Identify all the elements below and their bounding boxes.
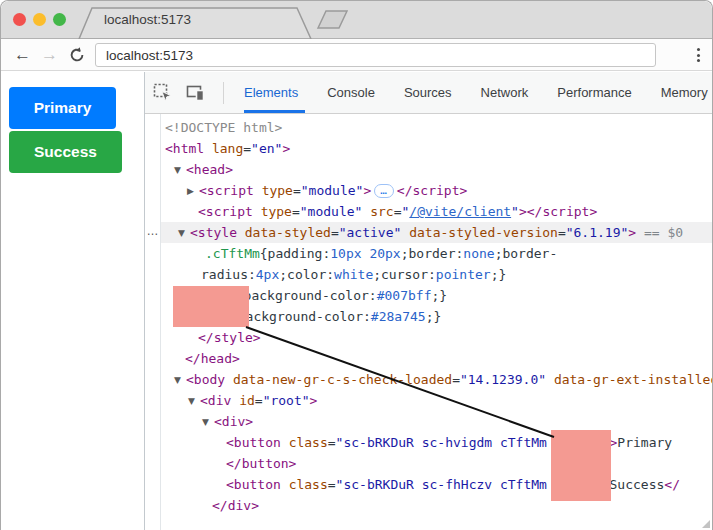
tab-memory[interactable]: Memory	[661, 72, 708, 113]
code-line[interactable]: ▼<div id="root">	[161, 390, 712, 411]
code-line[interactable]: <button class="sc-bRKDuR sc-hvigdm cTftM…	[161, 432, 712, 453]
tab-strip: localhost:5173	[1, 1, 712, 39]
toolbar-divider	[223, 82, 224, 104]
code-line[interactable]: </style>	[161, 327, 712, 348]
code-line[interactable]: ▶<script type="module">…</script>	[161, 180, 712, 201]
tab-elements[interactable]: Elements	[244, 72, 298, 113]
code-line[interactable]: <!DOCTYPE html>	[161, 117, 712, 138]
tab-performance[interactable]: Performance	[557, 72, 631, 113]
primary-button[interactable]: Primary	[9, 87, 116, 129]
code-line[interactable]: .bSOFjJ{background-color:#007bff;}	[161, 285, 712, 306]
resize-grip[interactable]	[702, 520, 710, 528]
tab-title[interactable]: localhost:5173	[104, 12, 191, 27]
page-content: Primary Success	[1, 72, 144, 530]
tab-network[interactable]: Network	[481, 72, 529, 113]
expander-arrow-icon[interactable]: ▼	[174, 370, 186, 391]
success-button[interactable]: Success	[9, 131, 122, 173]
expander-arrow-icon[interactable]: ▼	[174, 160, 186, 181]
elements-tree: <!DOCTYPE html><html lang="en">▼<head>▶<…	[161, 114, 712, 530]
code-line[interactable]: ▼<style data-styled="active" data-styled…	[161, 222, 712, 243]
forward-icon[interactable]: →	[41, 43, 58, 67]
device-toolbar-icon[interactable]	[186, 83, 206, 103]
refresh-icon[interactable]	[68, 46, 86, 64]
url-input[interactable]	[95, 43, 656, 67]
browser-window: localhost:5173 ← → Primary Success	[0, 0, 713, 530]
code-line[interactable]: </button>	[161, 453, 712, 474]
inline-expand-button[interactable]: …	[374, 184, 394, 198]
browser-menu-icon[interactable]	[688, 44, 708, 66]
expander-arrow-icon[interactable]: ▼	[188, 391, 200, 412]
code-line[interactable]: ▼<body data-new-gr-c-s-check-loaded="14.…	[161, 369, 712, 390]
code-line[interactable]: <script type="module" src="/@vite/client…	[161, 201, 712, 222]
devtools-toolbar: Elements Console Sources Network Perform…	[145, 72, 712, 114]
code-line[interactable]: </head>	[161, 348, 712, 369]
expander-arrow-icon[interactable]: ▼	[202, 412, 214, 433]
code-line[interactable]: <button class="sc-bRKDuR sc-fhHczv cTftM…	[161, 474, 712, 495]
tab-console[interactable]: Console	[327, 72, 375, 113]
code-line[interactable]: ▼<div>	[161, 411, 712, 432]
code-line[interactable]: ▼<head>	[161, 159, 712, 180]
code-line[interactable]: <html lang="en">	[161, 138, 712, 159]
expander-arrow-icon[interactable]: ▶	[187, 181, 199, 202]
attribute-link[interactable]: /@vite/client	[409, 204, 511, 219]
devtools-tabs: Elements Console Sources Network Perform…	[244, 72, 712, 113]
new-tab-button[interactable]	[318, 11, 347, 28]
back-icon[interactable]: ←	[14, 43, 31, 67]
code-line[interactable]: .cTftMm{padding:10px 20px;border:none;bo…	[161, 243, 712, 264]
devtools-panel: Elements Console Sources Network Perform…	[144, 72, 712, 530]
tab-sources[interactable]: Sources	[404, 72, 452, 113]
gutter-ellipsis-marker: …	[145, 222, 160, 243]
expander-arrow-icon[interactable]: ▼	[178, 223, 190, 244]
code-line[interactable]: radius:4px;color:white;cursor:pointer;}	[161, 264, 712, 285]
inspect-element-icon[interactable]	[153, 83, 173, 103]
address-bar: ← →	[1, 39, 712, 71]
code-line[interactable]: </div>	[161, 495, 712, 516]
code-line[interactable]: .pkxvl{background-color:#28a745;}	[161, 306, 712, 327]
